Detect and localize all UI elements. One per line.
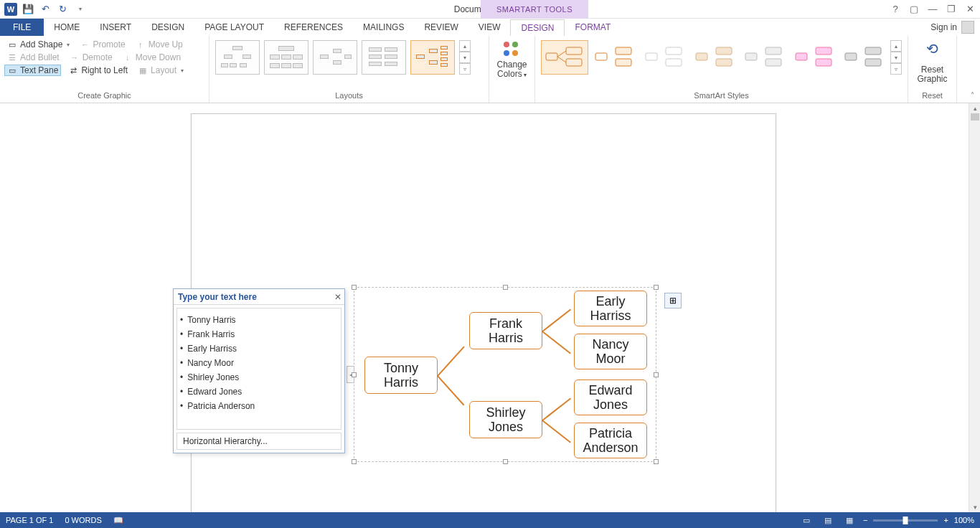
- group-label-reset: Reset: [922, 90, 943, 103]
- style-option-4[interactable]: [691, 40, 738, 75]
- text-pane-item[interactable]: Tonny Harris: [180, 313, 338, 327]
- smartart-text-pane[interactable]: Type your text here ✕ Tonny HarrisFrank …: [173, 288, 345, 453]
- svg-rect-16: [765, 59, 781, 66]
- zoom-level[interactable]: 100%: [954, 516, 974, 524]
- word-app-icon[interactable]: W: [3, 1, 19, 17]
- reset-graphic-button[interactable]: ⟲ ResetGraphic Reset: [908, 36, 957, 103]
- undo-icon[interactable]: ↶: [37, 1, 53, 17]
- scroll-up-icon[interactable]: ▴: [969, 103, 980, 113]
- text-pane-item[interactable]: Patricia Anderson: [180, 399, 338, 413]
- scroll-down-icon[interactable]: ▾: [969, 502, 980, 512]
- promote-button[interactable]: ←Promote: [77, 39, 128, 50]
- add-bullet-icon: ☰: [7, 52, 17, 62]
- zoom-slider[interactable]: [873, 519, 938, 522]
- style-option-2[interactable]: [591, 40, 639, 75]
- tab-file[interactable]: FILE: [0, 19, 44, 36]
- svg-rect-17: [796, 53, 807, 60]
- right-to-left-button[interactable]: ⇄Right to Left: [65, 65, 131, 76]
- demote-button[interactable]: →Demote: [67, 52, 116, 63]
- ribbon-tabs: FILE HOME INSERT DESIGN PAGE LAYOUT REFE…: [0, 19, 980, 36]
- style-option-7[interactable]: [841, 40, 888, 75]
- promote-icon: ←: [80, 39, 90, 50]
- move-up-button[interactable]: ↑Move Up: [133, 39, 186, 50]
- style-option-1[interactable]: [541, 40, 588, 75]
- status-bar: PAGE 1 OF 1 0 WORDS 📖 ▭ ▤ ▦ − + 100%: [0, 512, 980, 528]
- zoom-out-icon[interactable]: −: [863, 516, 867, 524]
- move-down-button[interactable]: ↓Move Down: [120, 52, 184, 63]
- spellcheck-icon[interactable]: 📖: [113, 516, 123, 525]
- smartart-node-l2b[interactable]: Shirley Jones: [469, 401, 542, 438]
- svg-rect-6: [616, 47, 631, 55]
- svg-rect-8: [646, 53, 657, 60]
- text-pane-toggle[interactable]: ▭Text Pane: [4, 65, 61, 76]
- vertical-scrollbar[interactable]: ▴ ▾: [969, 103, 980, 512]
- smartart-node-l3c[interactable]: Edward Jones: [574, 380, 647, 415]
- tab-insert[interactable]: INSERT: [90, 19, 141, 36]
- text-pane-item[interactable]: Shirley Jones: [180, 370, 338, 385]
- svg-rect-18: [816, 47, 831, 55]
- view-web-layout-icon[interactable]: ▦: [842, 514, 857, 526]
- svg-rect-9: [666, 47, 682, 55]
- avatar-icon: [961, 21, 974, 34]
- smartart-node-l2a[interactable]: Frank Harris: [469, 312, 542, 349]
- view-read-mode-icon[interactable]: ▭: [798, 514, 814, 526]
- view-print-layout-icon[interactable]: ▤: [820, 514, 836, 526]
- svg-rect-20: [845, 53, 857, 60]
- collapse-ribbon-icon[interactable]: ˄: [967, 90, 977, 100]
- tab-review[interactable]: REVIEW: [414, 19, 468, 36]
- smartart-node-l3d[interactable]: Patricia Anderson: [574, 423, 647, 458]
- qat-customize-icon[interactable]: [72, 1, 88, 17]
- tab-references[interactable]: REFERENCES: [274, 19, 353, 36]
- tab-mailings[interactable]: MAILINGS: [353, 19, 414, 36]
- text-pane-body[interactable]: Tonny HarrisFrank HarrisEarly HarrissNan…: [176, 308, 341, 430]
- close-icon[interactable]: ✕: [963, 2, 977, 16]
- text-pane-item[interactable]: Frank Harris: [180, 327, 338, 341]
- change-colors-button[interactable]: ChangeColors ▾: [489, 36, 535, 103]
- layout-option-3[interactable]: [313, 40, 357, 75]
- smartart-node-l3a[interactable]: Early Harriss: [574, 291, 647, 326]
- svg-line-3: [557, 51, 566, 57]
- add-shape-button[interactable]: ▭Add Shape: [4, 39, 72, 50]
- style-gallery-scroll[interactable]: ▴▾▿: [890, 40, 902, 75]
- smartart-node-root[interactable]: Tonny Harris: [364, 357, 438, 394]
- scrollbar-thumb[interactable]: [971, 113, 979, 121]
- text-pane-item[interactable]: Early Harriss: [180, 341, 338, 356]
- tab-design-main[interactable]: DESIGN: [141, 19, 194, 36]
- add-bullet-button[interactable]: ☰Add Bullet: [4, 52, 62, 63]
- ribbon-display-icon[interactable]: ▢: [907, 2, 921, 16]
- layout-option-2[interactable]: [264, 40, 308, 75]
- text-pane-item[interactable]: Edward Jones: [180, 385, 338, 399]
- add-shape-icon: ▭: [7, 39, 17, 50]
- zoom-in-icon[interactable]: +: [943, 516, 948, 524]
- layout-button[interactable]: ▦Layout: [135, 65, 187, 76]
- tab-page-layout[interactable]: PAGE LAYOUT: [194, 19, 274, 36]
- status-words[interactable]: 0 WORDS: [65, 516, 101, 524]
- smartart-canvas[interactable]: ◂ Tonny Harris Frank Harris Shirley Jone…: [354, 287, 656, 462]
- style-option-6[interactable]: [791, 40, 838, 75]
- tab-home[interactable]: HOME: [44, 19, 90, 36]
- style-option-5[interactable]: [740, 40, 788, 75]
- minimize-icon[interactable]: —: [925, 2, 940, 16]
- smartart-node-l3b[interactable]: Nancy Moor: [574, 334, 647, 369]
- text-pane-close-icon[interactable]: ✕: [334, 292, 341, 302]
- change-colors-icon: [501, 40, 524, 59]
- redo-icon[interactable]: ↻: [55, 1, 70, 17]
- tab-smartart-design[interactable]: DESIGN: [510, 19, 565, 37]
- layout-options-icon[interactable]: ⊞: [664, 293, 682, 308]
- status-page[interactable]: PAGE 1 OF 1: [6, 516, 53, 524]
- text-pane-header: Type your text here ✕: [174, 289, 344, 305]
- save-icon[interactable]: 💾: [20, 1, 36, 17]
- move-down-icon: ↓: [123, 52, 133, 62]
- layout-gallery-scroll[interactable]: ▴▾▿: [459, 40, 471, 75]
- layout-option-5[interactable]: [410, 40, 455, 75]
- text-pane-item[interactable]: Nancy Moor: [180, 356, 338, 370]
- help-icon[interactable]: ?: [888, 2, 903, 16]
- restore-icon[interactable]: ❐: [944, 2, 958, 16]
- sign-in[interactable]: Sign in: [930, 21, 974, 34]
- layout-option-4[interactable]: [362, 40, 406, 75]
- tab-view[interactable]: VIEW: [468, 19, 511, 36]
- tab-smartart-format[interactable]: FORMAT: [565, 19, 621, 36]
- style-option-3[interactable]: [641, 40, 688, 75]
- svg-rect-11: [696, 53, 707, 60]
- layout-option-1[interactable]: [215, 40, 260, 75]
